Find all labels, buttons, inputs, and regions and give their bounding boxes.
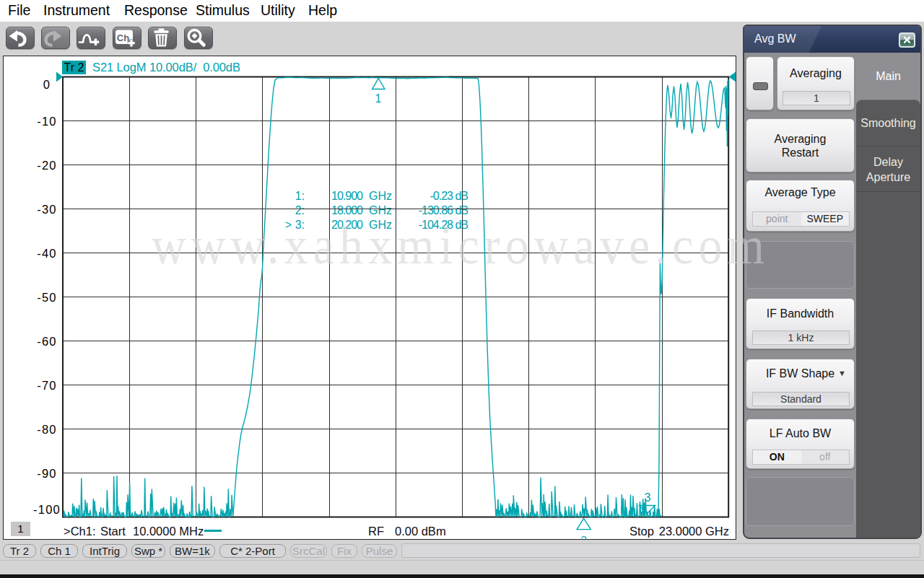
svg-text:2: 2 <box>580 533 586 546</box>
